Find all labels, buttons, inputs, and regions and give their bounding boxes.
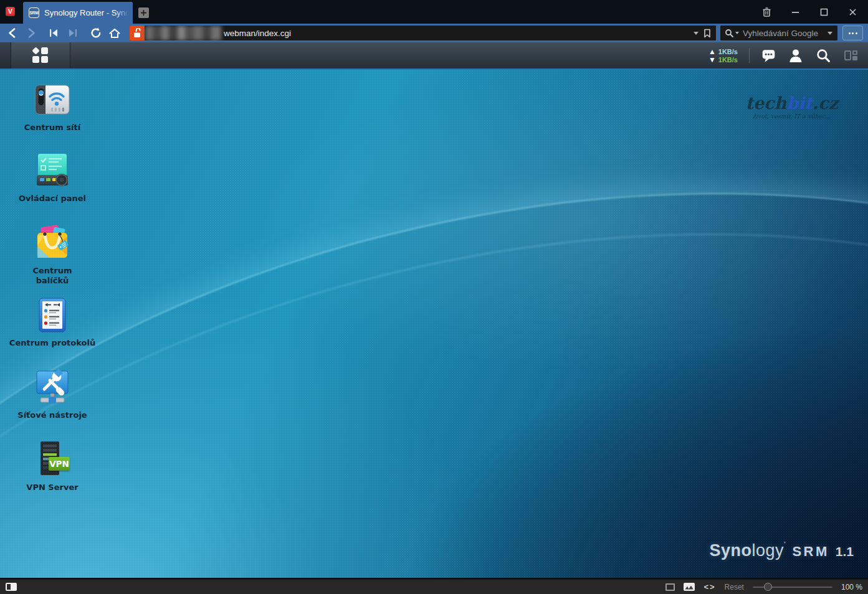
srm-desktop: Centrum sítí xyxy=(0,70,868,578)
srm-favicon-icon: SRM xyxy=(29,7,39,18)
image-toggle-button[interactable] xyxy=(684,583,695,591)
home-button[interactable] xyxy=(107,26,122,40)
traffic-monitor: ▲1KB/s ▼1KB/s xyxy=(708,42,744,68)
upload-speed: 1KB/s xyxy=(718,48,738,55)
zoom-slider-knob[interactable] xyxy=(764,583,772,591)
desktop-icon-network-center[interactable]: Centrum sítí xyxy=(9,80,96,133)
widgets-button[interactable] xyxy=(837,42,864,68)
rewind-icon xyxy=(49,28,59,38)
open-lock-glyph xyxy=(132,28,142,39)
control-panel-icon xyxy=(32,151,72,191)
watermark-tech: tech xyxy=(745,93,786,113)
page-tiling-button[interactable] xyxy=(665,583,675,591)
reload-icon xyxy=(90,27,102,39)
desktop-icon-label: Ovládací panel xyxy=(9,194,96,204)
vivaldi-menu-button[interactable]: V xyxy=(6,7,15,16)
vpn-badge: VPN xyxy=(49,457,70,471)
zoom-reset-button[interactable]: Reset xyxy=(725,583,744,592)
logo-version: 1.1 xyxy=(836,544,854,559)
new-tab-button[interactable] xyxy=(138,7,149,18)
page-content: ▲1KB/s ▼1KB/s xyxy=(0,42,868,579)
close-icon xyxy=(847,6,859,18)
bookmark-icon[interactable] xyxy=(703,29,711,38)
desktop-icon-package-center[interactable]: Centrum balíčků xyxy=(9,223,96,286)
tab-title-fade xyxy=(115,2,133,24)
panel-toggle-button[interactable] xyxy=(842,26,863,40)
widgets-icon xyxy=(844,50,857,60)
srm-search-button[interactable] xyxy=(809,42,837,68)
srm-taskbar: ▲1KB/s ▼1KB/s xyxy=(0,42,868,70)
taskbar-divider xyxy=(749,48,750,63)
sidebar-toggle-icon[interactable] xyxy=(6,583,17,591)
image-icon xyxy=(684,583,695,591)
watermark-tagline: život, vesmír, IT a vůbec... xyxy=(745,113,838,120)
minimize-button[interactable] xyxy=(781,0,809,24)
browser-tab[interactable]: SRM Synology Router - Synology xyxy=(23,2,133,24)
redacted-host xyxy=(145,26,221,40)
logo-logy: logy xyxy=(751,541,784,560)
user-icon xyxy=(788,48,803,63)
desktop-icon-label: VPN Server xyxy=(9,483,96,493)
plus-icon xyxy=(140,9,147,16)
upload-arrow-icon: ▲ xyxy=(708,48,716,55)
url-text: webman/index.cgi xyxy=(224,29,291,38)
techbit-watermark: techbit.cz život, vesmír, IT a vůbec... xyxy=(745,95,838,120)
trash-closed-tabs-button[interactable] xyxy=(752,0,781,24)
minimize-icon xyxy=(789,6,801,18)
tile-icon xyxy=(665,583,675,591)
wallpaper-streak xyxy=(0,70,868,578)
zoom-slider[interactable] xyxy=(753,583,832,591)
desktop-icon-label: Síťové nástroje xyxy=(9,410,96,420)
window-controls xyxy=(752,0,867,24)
notifications-button[interactable] xyxy=(755,42,782,68)
package-center-icon xyxy=(32,223,72,263)
browser-toolbar: webman/index.cgi Vyhledávání Google xyxy=(0,24,868,42)
rewind-button[interactable] xyxy=(46,26,61,40)
taskbar-edge-segment xyxy=(0,42,11,68)
download-arrow-icon: ▼ xyxy=(708,56,716,64)
ellipsis-icon xyxy=(849,32,851,34)
desktop-icon-log-center[interactable]: Centrum protokolů xyxy=(9,295,96,348)
user-options-button[interactable] xyxy=(782,42,809,68)
trash-icon xyxy=(761,6,773,18)
close-button[interactable] xyxy=(838,0,867,24)
home-icon xyxy=(108,27,121,39)
main-menu-button[interactable] xyxy=(11,42,70,68)
forward-icon xyxy=(26,27,37,39)
gesture-arrows-icon[interactable]: <> xyxy=(703,582,715,592)
desktop-icon-label: Centrum balíčků xyxy=(9,266,96,286)
search-placeholder: Vyhledávání Google xyxy=(743,29,818,38)
search-engine-dropdown-icon[interactable] xyxy=(735,32,739,34)
browser-window: V SRM Synology Router - Synology xyxy=(0,0,868,594)
logo-mark: ’ xyxy=(784,540,786,549)
watermark-bit: bit xyxy=(786,93,813,113)
logo-product: SRM xyxy=(792,544,829,560)
desktop-icon-label: Centrum sítí xyxy=(9,123,96,133)
main-menu-grid-icon xyxy=(32,47,49,64)
zoom-level: 100 % xyxy=(841,583,862,592)
search-engine-icon[interactable] xyxy=(725,29,734,38)
desktop-icon-label: Centrum protokolů xyxy=(9,338,96,348)
vpn-server-icon: VPN xyxy=(32,440,72,479)
wallpaper-streak xyxy=(0,80,868,578)
desktop-icon-control-panel[interactable]: Ovládací panel xyxy=(9,151,96,204)
desktop-icon-vpn-server[interactable]: VPN VPN Server xyxy=(9,440,96,493)
search-box[interactable]: Vyhledávání Google xyxy=(720,26,837,40)
synology-srm-logo: Synology’ SRM 1.1 xyxy=(709,540,854,560)
browser-status-bar: <> Reset 100 % xyxy=(0,579,868,594)
address-bar[interactable]: webman/index.cgi xyxy=(130,26,716,40)
back-button[interactable] xyxy=(5,26,20,40)
back-icon xyxy=(7,27,18,39)
fast-forward-button[interactable] xyxy=(65,26,80,40)
forward-button[interactable] xyxy=(24,26,39,40)
logo-syno: Syno xyxy=(709,541,751,560)
chat-bubble-icon xyxy=(761,48,776,64)
maximize-button[interactable] xyxy=(809,0,838,24)
reload-button[interactable] xyxy=(88,26,103,40)
download-speed: 1KB/s xyxy=(718,56,738,64)
maximize-icon xyxy=(818,6,830,18)
address-dropdown-icon[interactable] xyxy=(694,32,699,35)
desktop-icon-network-tools[interactable]: Síťové nástroje xyxy=(9,367,96,420)
search-dropdown-icon[interactable] xyxy=(827,32,832,35)
insecure-padlock-icon[interactable] xyxy=(130,26,145,40)
